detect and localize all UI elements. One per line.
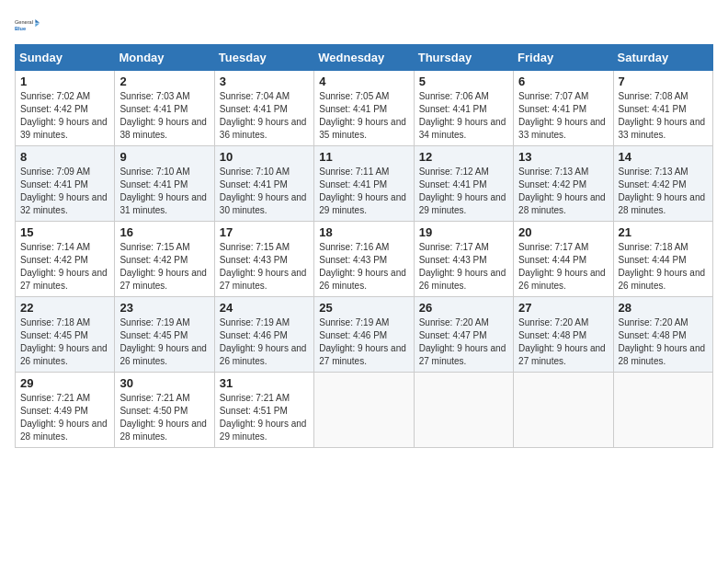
- sunset-label: Sunset: 4:41 PM: [619, 104, 687, 114]
- day-number: 23: [119, 301, 209, 315]
- calendar-cell: 10 Sunrise: 7:10 AM Sunset: 4:41 PM Dayl…: [214, 146, 313, 222]
- day-of-week-saturday: Saturday: [613, 45, 712, 71]
- sunrise-label: Sunrise: 7:17 AM: [419, 242, 489, 252]
- sunrise-label: Sunrise: 7:11 AM: [319, 167, 389, 177]
- calendar-cell: 16 Sunrise: 7:15 AM Sunset: 4:42 PM Dayl…: [115, 222, 214, 297]
- day-info: Sunrise: 7:20 AM Sunset: 4:47 PM Dayligh…: [419, 316, 508, 368]
- day-info: Sunrise: 7:15 AM Sunset: 4:43 PM Dayligh…: [220, 241, 309, 293]
- calendar-week-1: 1 Sunrise: 7:02 AM Sunset: 4:42 PM Dayli…: [16, 71, 713, 146]
- sunset-label: Sunset: 4:42 PM: [20, 104, 88, 114]
- calendar-week-3: 15 Sunrise: 7:14 AM Sunset: 4:42 PM Dayl…: [16, 222, 713, 297]
- sunset-label: Sunset: 4:41 PM: [419, 104, 487, 114]
- day-info: Sunrise: 7:17 AM Sunset: 4:44 PM Dayligh…: [518, 241, 608, 293]
- daylight-label: Daylight: 9 hours and 33 minutes.: [518, 117, 606, 140]
- day-of-week-thursday: Thursday: [414, 45, 513, 71]
- calendar-cell: 4 Sunrise: 7:05 AM Sunset: 4:41 PM Dayli…: [314, 71, 414, 146]
- sunset-label: Sunset: 4:42 PM: [119, 255, 188, 265]
- day-number: 30: [119, 376, 209, 390]
- day-info: Sunrise: 7:10 AM Sunset: 4:41 PM Dayligh…: [220, 166, 309, 217]
- calendar-week-5: 29 Sunrise: 7:21 AM Sunset: 4:49 PM Dayl…: [16, 373, 713, 448]
- day-number: 19: [419, 225, 508, 239]
- day-info: Sunrise: 7:21 AM Sunset: 4:51 PM Dayligh…: [220, 392, 309, 443]
- day-number: 11: [319, 150, 408, 164]
- sunset-label: Sunset: 4:43 PM: [220, 255, 288, 265]
- daylight-label: Daylight: 9 hours and 36 minutes.: [220, 117, 307, 140]
- day-number: 6: [518, 75, 608, 88]
- calendar-cell: 3 Sunrise: 7:04 AM Sunset: 4:41 PM Dayli…: [214, 71, 313, 146]
- day-info: Sunrise: 7:06 AM Sunset: 4:41 PM Dayligh…: [419, 90, 508, 142]
- sunset-label: Sunset: 4:46 PM: [220, 330, 288, 340]
- calendar-cell: 6 Sunrise: 7:07 AM Sunset: 4:41 PM Dayli…: [514, 71, 613, 146]
- sunset-label: Sunset: 4:42 PM: [20, 255, 88, 265]
- calendar-cell: 29 Sunrise: 7:21 AM Sunset: 4:49 PM Dayl…: [16, 373, 115, 448]
- daylight-label: Daylight: 9 hours and 26 minutes.: [20, 343, 108, 366]
- day-number: 15: [20, 225, 109, 239]
- sunset-label: Sunset: 4:42 PM: [518, 179, 586, 190]
- sunrise-label: Sunrise: 7:05 AM: [319, 91, 389, 101]
- svg-marker-2: [35, 19, 40, 23]
- day-of-week-friday: Friday: [514, 45, 613, 71]
- sunrise-label: Sunrise: 7:21 AM: [220, 393, 290, 403]
- calendar-cell: 27 Sunrise: 7:20 AM Sunset: 4:48 PM Dayl…: [514, 297, 613, 373]
- calendar-cell: 15 Sunrise: 7:14 AM Sunset: 4:42 PM Dayl…: [16, 222, 115, 297]
- day-number: 13: [518, 150, 608, 164]
- sunrise-label: Sunrise: 7:19 AM: [220, 317, 290, 327]
- day-number: 27: [518, 301, 608, 315]
- calendar-cell: 12 Sunrise: 7:12 AM Sunset: 4:41 PM Dayl…: [414, 146, 513, 222]
- calendar-cell: 14 Sunrise: 7:13 AM Sunset: 4:42 PM Dayl…: [613, 146, 712, 222]
- day-info: Sunrise: 7:19 AM Sunset: 4:46 PM Dayligh…: [220, 316, 309, 368]
- day-of-week-tuesday: Tuesday: [214, 45, 313, 71]
- day-number: 31: [220, 376, 309, 390]
- day-number: 2: [119, 75, 209, 88]
- day-number: 10: [220, 150, 309, 164]
- calendar-cell: 20 Sunrise: 7:17 AM Sunset: 4:44 PM Dayl…: [514, 222, 613, 297]
- day-number: 24: [220, 301, 309, 315]
- calendar-week-4: 22 Sunrise: 7:18 AM Sunset: 4:45 PM Dayl…: [16, 297, 713, 373]
- day-number: 1: [20, 75, 109, 88]
- sunset-label: Sunset: 4:41 PM: [119, 179, 188, 190]
- daylight-label: Daylight: 9 hours and 26 minutes.: [518, 268, 606, 291]
- daylight-label: Daylight: 9 hours and 29 minutes.: [319, 192, 406, 215]
- daylight-label: Daylight: 9 hours and 27 minutes.: [119, 268, 207, 291]
- daylight-label: Daylight: 9 hours and 31 minutes.: [119, 192, 207, 215]
- day-of-week-wednesday: Wednesday: [314, 45, 414, 71]
- day-info: Sunrise: 7:14 AM Sunset: 4:42 PM Dayligh…: [20, 241, 109, 293]
- sunset-label: Sunset: 4:51 PM: [220, 406, 288, 416]
- day-info: Sunrise: 7:09 AM Sunset: 4:41 PM Dayligh…: [20, 166, 109, 217]
- calendar-cell: 9 Sunrise: 7:10 AM Sunset: 4:41 PM Dayli…: [115, 146, 214, 222]
- calendar-cell: 8 Sunrise: 7:09 AM Sunset: 4:41 PM Dayli…: [16, 146, 115, 222]
- day-info: Sunrise: 7:15 AM Sunset: 4:42 PM Dayligh…: [119, 241, 209, 293]
- sunset-label: Sunset: 4:44 PM: [518, 255, 586, 265]
- day-number: 9: [119, 150, 209, 164]
- daylight-label: Daylight: 9 hours and 35 minutes.: [319, 117, 406, 140]
- day-info: Sunrise: 7:19 AM Sunset: 4:46 PM Dayligh…: [319, 316, 408, 368]
- sunrise-label: Sunrise: 7:20 AM: [518, 317, 588, 327]
- logo-icon: GeneralBlue: [15, 15, 40, 35]
- calendar-cell: 21 Sunrise: 7:18 AM Sunset: 4:44 PM Dayl…: [613, 222, 712, 297]
- sunset-label: Sunset: 4:42 PM: [619, 179, 687, 190]
- calendar-week-2: 8 Sunrise: 7:09 AM Sunset: 4:41 PM Dayli…: [16, 146, 713, 222]
- sunrise-label: Sunrise: 7:04 AM: [220, 91, 290, 101]
- day-info: Sunrise: 7:21 AM Sunset: 4:49 PM Dayligh…: [20, 392, 109, 443]
- page-header: GeneralBlue: [15, 15, 713, 35]
- calendar-cell: 13 Sunrise: 7:13 AM Sunset: 4:42 PM Dayl…: [514, 146, 613, 222]
- sunrise-label: Sunrise: 7:03 AM: [119, 91, 189, 101]
- day-number: 4: [319, 75, 408, 88]
- day-number: 7: [619, 75, 708, 88]
- sunset-label: Sunset: 4:48 PM: [619, 330, 687, 340]
- day-number: 3: [220, 75, 309, 88]
- day-number: 8: [20, 150, 109, 164]
- sunset-label: Sunset: 4:49 PM: [20, 406, 88, 416]
- day-info: Sunrise: 7:16 AM Sunset: 4:43 PM Dayligh…: [319, 241, 408, 293]
- daylight-label: Daylight: 9 hours and 26 minutes.: [319, 268, 406, 291]
- day-of-week-sunday: Sunday: [16, 45, 115, 71]
- day-info: Sunrise: 7:20 AM Sunset: 4:48 PM Dayligh…: [518, 316, 608, 368]
- daylight-label: Daylight: 9 hours and 29 minutes.: [419, 192, 506, 215]
- sunset-label: Sunset: 4:41 PM: [518, 104, 586, 114]
- sunset-label: Sunset: 4:44 PM: [619, 255, 687, 265]
- daylight-label: Daylight: 9 hours and 26 minutes.: [220, 343, 307, 366]
- daylight-label: Daylight: 9 hours and 27 minutes.: [518, 343, 606, 366]
- calendar-cell: 1 Sunrise: 7:02 AM Sunset: 4:42 PM Dayli…: [16, 71, 115, 146]
- day-number: 25: [319, 301, 408, 315]
- daylight-label: Daylight: 9 hours and 27 minutes.: [419, 343, 506, 366]
